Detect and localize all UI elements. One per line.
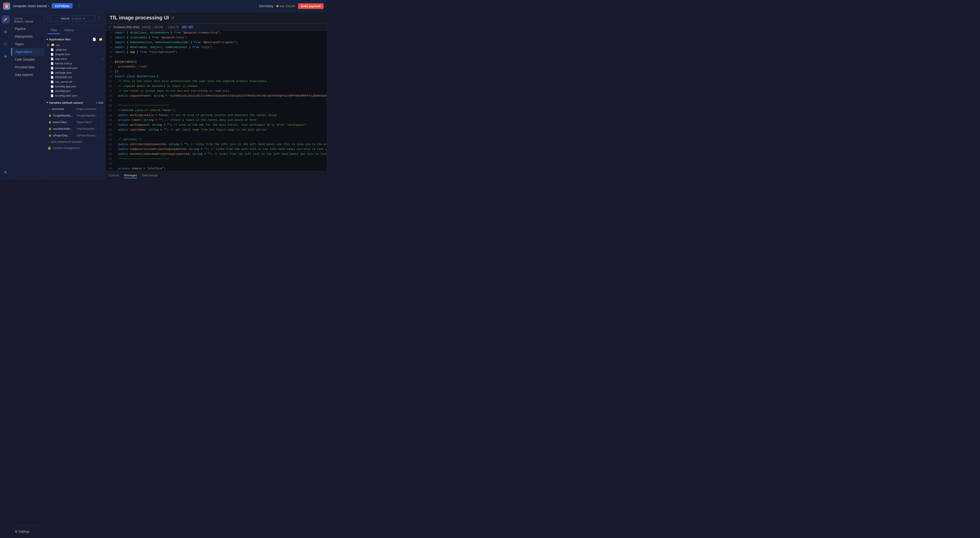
code-line-3: 3 import { HubConnection, HubConnectionB… — [106, 40, 327, 45]
file-name: karma.conf.js — [55, 62, 103, 65]
variable-googlemaps[interactable]: 🔒 GoogleMapsAp... *GoogleMapsApiKey* ⋮ — [45, 112, 105, 119]
left-sidebar: 🚀 ⊞ ⬡ ◈ ⚙ — [0, 12, 11, 179]
branch-selector[interactable]: ⑂ tutorial [Latest] ▾ — [48, 15, 95, 21]
trial-badge: trial: 15d left — [277, 5, 295, 8]
variables-section-header[interactable]: ▾ Variables (default values) + Add — [45, 100, 105, 105]
sidebar-item-code-samples[interactable]: Code Samples — [11, 56, 44, 63]
code-line-11: 11 // this is the token that will authen… — [106, 79, 327, 84]
sidebar-icon-explore[interactable]: ◈ — [2, 52, 10, 60]
lock-icon: 🔒 — [48, 121, 51, 123]
dots-menu[interactable]: ⋮ — [76, 3, 83, 9]
file-icon: 📄 — [51, 67, 54, 69]
lock-icon: 🔒 — [48, 134, 51, 137]
secrets-management-item[interactable]: 🔒 Secrets management — [45, 145, 105, 151]
var-value: *GoogleMapsApiKey* — [76, 114, 98, 117]
file-item-angular[interactable]: 📄 angular.json — [45, 52, 105, 56]
file-item-readme[interactable]: 📄 README.md — [45, 75, 105, 80]
new-folder-button[interactable]: 📁 — [98, 37, 103, 42]
tab-data-lineage[interactable]: Data lineage — [142, 173, 158, 178]
variable-menu[interactable]: ⋮ — [100, 107, 103, 111]
variable-uiproject[interactable]: 🔒 uiProjectDep... *uiProjectDeploymentId… — [45, 132, 105, 139]
var-value: *uiProjectDeploymentId* — [76, 134, 98, 137]
file-item-gitignore[interactable]: 📄 .gitignore — [45, 47, 105, 52]
file-item-appyaml[interactable]: 📄 app.yaml ℹ — [45, 56, 105, 61]
variable-bearer[interactable]: 🔒 bearerToken *bearerToken* ⋮ — [45, 119, 105, 125]
code-line-8: 8 providedIn: 'root' — [106, 65, 327, 69]
code-line-12: 12 // ungated means no password or login… — [106, 84, 327, 89]
code-line-21: 21 public topicName: string = ""; // get… — [106, 128, 327, 133]
sidebar-icon-database[interactable]: ⬡ — [2, 40, 10, 48]
tab-messages[interactable]: Messages — [124, 173, 137, 178]
variable-maxvehicle[interactable]: 🔒 maxVehicleWin... *maxVehicleWindowProj… — [45, 125, 105, 132]
sidebar-item-data-explorer[interactable]: Data explorer — [11, 71, 44, 79]
info-icon: ℹ — [102, 57, 103, 60]
code-editor[interactable]: 1 import { HttpClient, HttpHeaders } fro… — [106, 31, 327, 171]
sidebar-item-persisted-data[interactable]: Persisted data — [11, 63, 44, 71]
variable-processed[interactable]: ⇒ processed image-processed-merged ⋮ — [45, 105, 105, 112]
sidebar-icon-rocket[interactable]: 🚀 — [2, 15, 10, 24]
sidebar-item-pipeline[interactable]: Pipeline — [11, 25, 44, 33]
variable-menu[interactable]: ⋮ — [100, 113, 103, 118]
var-value: image-processed-merged — [76, 107, 99, 110]
file-icon: 📄 — [51, 80, 54, 83]
file-name: package.json — [55, 71, 103, 74]
sidebar-item-topics[interactable]: Topics — [11, 40, 44, 48]
file-panel-more-button[interactable]: ⋮ — [96, 16, 102, 21]
arrow-icon: ⇒ — [48, 107, 51, 110]
tag-icon: 🏷 — [182, 26, 187, 29]
branch-icon: ⑂ — [50, 17, 59, 20]
upload-button[interactable]: ↑ — [88, 37, 91, 42]
tab-history[interactable]: History — [61, 27, 76, 34]
check-icon: ✓ — [109, 25, 111, 29]
sidebar-item-deployments[interactable]: Deployments — [11, 33, 44, 40]
variable-menu[interactable]: ⋮ — [100, 120, 103, 124]
file-item-run-server[interactable]: 📄 run_server.sh — [45, 80, 105, 84]
project-name-text: computer vision tutorial — [13, 4, 47, 8]
section-collapse-icon: ▾ — [46, 38, 48, 41]
file-item-tsconfig-spec[interactable]: 📄 tsconfig.spec.json — [45, 93, 105, 98]
app-files-section-header[interactable]: ▾ Application files ↑ 📄 📁 — [45, 36, 105, 42]
file-item-tsconfig-app[interactable]: 📄 tsconfig.app.json — [45, 84, 105, 89]
file-item-package[interactable]: 📄 package.json — [45, 70, 105, 75]
folder-src[interactable]: ▶ 📁 src — [45, 42, 105, 47]
file-tree: ▾ Application files ↑ 📄 📁 ▶ 📁 src 📄 .git… — [45, 34, 105, 179]
file-icon: 📄 — [51, 89, 54, 93]
file-name: run_server.sh — [55, 80, 103, 83]
sidebar-item-applications[interactable]: Applications — [11, 48, 44, 56]
variable-menu[interactable]: ⋮ — [100, 133, 103, 137]
variables-label: Variables (default values) — [49, 101, 83, 104]
file-item-tsconfig[interactable]: 📄 tsconfig.json — [45, 89, 105, 93]
chevron-down-icon: ▾ — [48, 5, 49, 7]
file-panel: ⑂ tutorial [Latest] ▾ ⋮ Files History ▾ … — [45, 12, 106, 179]
file-name: app.yaml — [55, 57, 101, 60]
tag-icon-2: 🏷 — [188, 26, 193, 29]
topbar-right: Demoboy trial: 15d left Enter payment — [259, 3, 324, 9]
add-variable-button[interactable]: + Add — [96, 101, 103, 104]
file-item-package-lock[interactable]: 📄 package-lock.json — [45, 65, 105, 70]
predefined-variables-item[interactable]: ○ Quix predefined variables — [45, 139, 105, 145]
var-name: GoogleMapsAp... — [53, 114, 75, 117]
enter-payment-button[interactable]: Enter payment — [298, 3, 324, 9]
sidebar-icon-settings[interactable]: ⚙ — [2, 168, 10, 176]
chevron-down-icon: ▾ — [46, 101, 48, 104]
project-name[interactable]: computer vision tutorial ▾ — [13, 4, 49, 8]
var-name: bearerToken — [53, 121, 75, 124]
commit-label: Frontend (#31) (#32) — [114, 26, 140, 29]
nav-panel: tutorial Branch: tutorial Pipeline Deplo… — [11, 12, 45, 179]
branch-selector-text: tutorial — [61, 17, 71, 20]
tab-console[interactable]: Console — [109, 173, 119, 178]
refresh-icon[interactable]: ↺ — [171, 16, 174, 20]
tutorial-badge[interactable]: TUTORIAL — [52, 3, 73, 9]
topbar-left: Q computer vision tutorial ▾ TUTORIAL ⋮ — [3, 3, 83, 10]
var-value: *maxVehicleWindowProje... — [76, 128, 98, 130]
file-item-karma[interactable]: 📄 karma.conf.js — [45, 61, 105, 65]
circle-icon: ○ — [48, 140, 49, 144]
file-icon: 📄 — [51, 48, 54, 51]
tab-files[interactable]: Files — [48, 27, 60, 34]
variable-menu[interactable]: ⋮ — [100, 127, 103, 131]
new-file-button[interactable]: 📄 — [92, 37, 97, 42]
var-name: uiProjectDep... — [53, 134, 75, 137]
sidebar-icon-grid[interactable]: ⊞ — [2, 27, 10, 36]
file-icon: 📄 — [51, 85, 54, 88]
commit-date: 10/4/23, 1:56 PM — [142, 26, 163, 29]
